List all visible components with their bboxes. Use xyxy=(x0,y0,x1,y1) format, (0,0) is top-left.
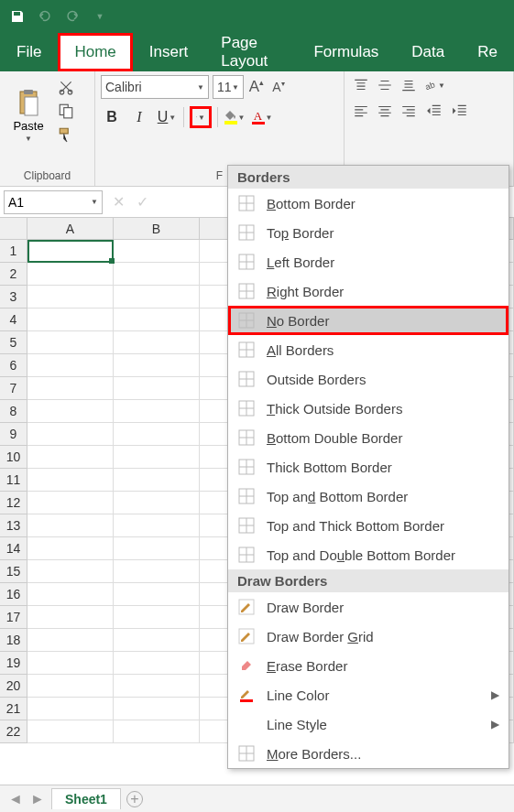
redo-icon[interactable] xyxy=(62,6,82,27)
select-all-corner[interactable] xyxy=(0,218,27,240)
row-header[interactable]: 15 xyxy=(0,560,27,583)
border-option[interactable]: Draw Border Grid xyxy=(228,622,509,651)
tab-review-partial[interactable]: Re xyxy=(461,33,514,71)
tab-scroll-right-icon[interactable]: ► xyxy=(29,791,46,807)
row-header[interactable]: 17 xyxy=(0,606,27,629)
border-option[interactable]: Top Border xyxy=(228,218,509,247)
tab-file[interactable]: File xyxy=(0,33,58,71)
enter-formula-icon[interactable]: ✓ xyxy=(130,190,154,214)
qat-customize-icon[interactable]: ▼ xyxy=(90,6,110,27)
cell[interactable] xyxy=(27,377,114,400)
format-painter-icon[interactable] xyxy=(55,125,77,145)
cut-icon[interactable] xyxy=(55,77,77,97)
cell[interactable] xyxy=(114,560,200,583)
cell[interactable] xyxy=(114,652,200,675)
border-option[interactable]: Draw Border xyxy=(228,592,509,622)
cell[interactable] xyxy=(114,606,200,629)
cell[interactable] xyxy=(114,492,200,514)
cell[interactable] xyxy=(114,514,200,537)
cell[interactable] xyxy=(27,514,114,537)
borders-button[interactable]: ▼ xyxy=(190,106,212,128)
col-header-b[interactable]: B xyxy=(114,218,200,240)
cell[interactable] xyxy=(27,331,114,354)
align-right-icon[interactable] xyxy=(398,101,420,121)
cell[interactable] xyxy=(114,400,200,423)
orientation-icon[interactable]: ab▼ xyxy=(423,75,445,95)
decrease-font-icon[interactable]: A▾ xyxy=(269,80,288,94)
cell[interactable] xyxy=(114,354,200,377)
bold-button[interactable]: B xyxy=(101,106,123,128)
border-option[interactable]: No Border xyxy=(228,306,509,335)
cell[interactable] xyxy=(27,560,114,583)
align-left-icon[interactable] xyxy=(350,101,372,121)
border-option[interactable]: Bottom Border xyxy=(228,189,509,218)
border-option[interactable]: Thick Bottom Border xyxy=(228,452,509,482)
border-option[interactable]: Line Style▶ xyxy=(228,709,509,739)
row-header[interactable]: 8 xyxy=(0,400,27,423)
font-size-combo[interactable]: 11▼ xyxy=(213,75,244,99)
cell[interactable] xyxy=(27,446,114,469)
decrease-indent-icon[interactable] xyxy=(423,101,445,121)
row-header[interactable]: 14 xyxy=(0,537,27,560)
cell[interactable] xyxy=(114,629,200,652)
cell[interactable] xyxy=(114,286,200,309)
row-header[interactable]: 18 xyxy=(0,629,27,652)
cell[interactable] xyxy=(114,675,200,698)
align-bottom-icon[interactable] xyxy=(398,75,420,95)
cell[interactable] xyxy=(27,583,114,606)
row-header[interactable]: 3 xyxy=(0,286,27,309)
cell[interactable] xyxy=(114,469,200,492)
new-sheet-icon[interactable]: + xyxy=(126,791,143,807)
border-option[interactable]: Top and Double Bottom Border xyxy=(228,540,509,569)
cell[interactable] xyxy=(27,675,114,698)
row-header[interactable]: 13 xyxy=(0,514,27,537)
fill-color-button[interactable]: ▼ xyxy=(224,106,246,128)
cell[interactable] xyxy=(114,240,200,263)
cell[interactable] xyxy=(114,583,200,606)
row-header[interactable]: 6 xyxy=(0,354,27,377)
row-header[interactable]: 10 xyxy=(0,446,27,469)
cell[interactable] xyxy=(27,309,114,331)
row-header[interactable]: 1 xyxy=(0,240,27,263)
border-option[interactable]: Top and Bottom Border xyxy=(228,482,509,511)
border-option[interactable]: Left Border xyxy=(228,247,509,276)
font-name-combo[interactable]: Calibri▼ xyxy=(101,75,209,99)
cell[interactable] xyxy=(27,354,114,377)
copy-icon[interactable] xyxy=(55,101,77,121)
border-option[interactable]: Thick Outside Borders xyxy=(228,394,509,423)
row-header[interactable]: 20 xyxy=(0,675,27,698)
cell[interactable] xyxy=(27,652,114,675)
row-header[interactable]: 19 xyxy=(0,652,27,675)
border-option[interactable]: Bottom Double Border xyxy=(228,423,509,452)
border-option[interactable]: All Borders xyxy=(228,335,509,364)
row-header[interactable]: 22 xyxy=(0,720,27,743)
border-option[interactable]: More Borders... xyxy=(228,739,509,768)
cell[interactable] xyxy=(27,537,114,560)
row-header[interactable]: 21 xyxy=(0,698,27,720)
row-header[interactable]: 11 xyxy=(0,469,27,492)
name-box[interactable]: A1▼ xyxy=(4,190,103,214)
cell[interactable] xyxy=(27,606,114,629)
cell[interactable] xyxy=(114,720,200,743)
align-top-icon[interactable] xyxy=(350,75,372,95)
cell[interactable] xyxy=(27,286,114,309)
save-icon[interactable] xyxy=(7,6,27,27)
align-middle-icon[interactable] xyxy=(374,75,396,95)
row-header[interactable]: 16 xyxy=(0,583,27,606)
row-header[interactable]: 9 xyxy=(0,423,27,446)
tab-scroll-left-icon[interactable]: ◄ xyxy=(7,791,24,807)
row-header[interactable]: 4 xyxy=(0,309,27,331)
cell[interactable] xyxy=(114,423,200,446)
border-option[interactable]: Erase Border xyxy=(228,651,509,680)
paste-button[interactable]: Paste ▼ xyxy=(5,75,51,156)
undo-icon[interactable] xyxy=(35,6,55,27)
cell[interactable] xyxy=(27,240,114,263)
increase-font-icon[interactable]: A▴ xyxy=(247,78,266,96)
cell[interactable] xyxy=(27,400,114,423)
row-header[interactable]: 2 xyxy=(0,263,27,286)
cell[interactable] xyxy=(114,446,200,469)
tab-formulas[interactable]: Formulas xyxy=(297,33,395,71)
cell[interactable] xyxy=(27,698,114,720)
row-header[interactable]: 12 xyxy=(0,492,27,514)
italic-button[interactable]: I xyxy=(128,106,150,128)
